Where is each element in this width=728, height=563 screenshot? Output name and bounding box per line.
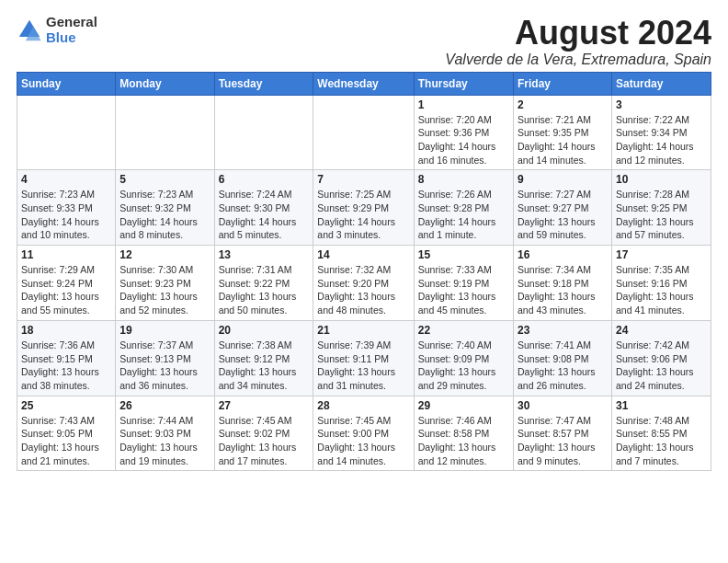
cell-w4-d0: 18Sunrise: 7:36 AM Sunset: 9:15 PM Dayli… (17, 320, 116, 396)
cell-w5-d3: 28Sunrise: 7:45 AM Sunset: 9:00 PM Dayli… (313, 396, 414, 471)
day-number: 12 (119, 248, 210, 261)
header-wednesday: Wednesday (313, 72, 414, 95)
day-number: 6 (219, 173, 310, 186)
day-number: 14 (317, 248, 409, 261)
day-info: Sunrise: 7:48 AM Sunset: 8:55 PM Dayligh… (616, 414, 707, 468)
cell-w3-d3: 14Sunrise: 7:32 AM Sunset: 9:20 PM Dayli… (313, 246, 414, 321)
day-info: Sunrise: 7:34 AM Sunset: 9:18 PM Dayligh… (518, 263, 608, 317)
week-row-5: 25Sunrise: 7:43 AM Sunset: 9:05 PM Dayli… (17, 396, 711, 471)
header-tuesday: Tuesday (214, 72, 313, 95)
day-info: Sunrise: 7:39 AM Sunset: 9:11 PM Dayligh… (317, 339, 409, 393)
day-info: Sunrise: 7:30 AM Sunset: 9:23 PM Dayligh… (119, 263, 210, 317)
day-info: Sunrise: 7:23 AM Sunset: 9:32 PM Dayligh… (119, 188, 210, 242)
day-number: 24 (616, 324, 707, 337)
day-number: 5 (119, 173, 210, 186)
cell-w4-d1: 19Sunrise: 7:37 AM Sunset: 9:13 PM Dayli… (116, 320, 214, 396)
cell-w2-d4: 8Sunrise: 7:26 AM Sunset: 9:28 PM Daylig… (414, 170, 513, 246)
title-block: August 2024 Valverde de la Vera, Extrema… (445, 15, 711, 68)
day-info: Sunrise: 7:47 AM Sunset: 8:57 PM Dayligh… (518, 414, 608, 468)
day-number: 31 (616, 399, 707, 412)
day-info: Sunrise: 7:29 AM Sunset: 9:24 PM Dayligh… (21, 263, 111, 317)
calendar-body: 1Sunrise: 7:20 AM Sunset: 9:36 PM Daylig… (17, 95, 711, 471)
day-info: Sunrise: 7:22 AM Sunset: 9:34 PM Dayligh… (616, 113, 707, 167)
day-info: Sunrise: 7:28 AM Sunset: 9:25 PM Dayligh… (616, 188, 707, 242)
day-number: 29 (418, 399, 509, 412)
cell-w2-d2: 6Sunrise: 7:24 AM Sunset: 9:30 PM Daylig… (214, 170, 313, 246)
cell-w1-d1 (116, 95, 214, 170)
day-number: 2 (518, 98, 608, 111)
header-thursday: Thursday (414, 72, 513, 95)
day-number: 23 (518, 324, 608, 337)
day-info: Sunrise: 7:44 AM Sunset: 9:03 PM Dayligh… (119, 414, 210, 468)
logo: General Blue (17, 15, 97, 45)
cell-w2-d1: 5Sunrise: 7:23 AM Sunset: 9:32 PM Daylig… (116, 170, 214, 246)
day-info: Sunrise: 7:42 AM Sunset: 9:06 PM Dayligh… (616, 339, 707, 393)
day-info: Sunrise: 7:26 AM Sunset: 9:28 PM Dayligh… (418, 188, 509, 242)
day-number: 18 (21, 324, 111, 337)
cell-w3-d6: 17Sunrise: 7:35 AM Sunset: 9:16 PM Dayli… (611, 246, 711, 321)
day-number: 16 (518, 248, 608, 261)
day-number: 1 (418, 98, 509, 111)
cell-w5-d6: 31Sunrise: 7:48 AM Sunset: 8:55 PM Dayli… (611, 396, 711, 471)
header-sunday: Sunday (17, 72, 116, 95)
day-info: Sunrise: 7:43 AM Sunset: 9:05 PM Dayligh… (21, 414, 111, 468)
cell-w1-d0 (17, 95, 116, 170)
day-number: 20 (219, 324, 310, 337)
cell-w4-d4: 22Sunrise: 7:40 AM Sunset: 9:09 PM Dayli… (414, 320, 513, 396)
week-row-2: 4Sunrise: 7:23 AM Sunset: 9:33 PM Daylig… (17, 170, 711, 246)
main-title: August 2024 (445, 15, 711, 52)
day-info: Sunrise: 7:20 AM Sunset: 9:36 PM Dayligh… (418, 113, 509, 167)
day-number: 26 (119, 399, 210, 412)
cell-w3-d5: 16Sunrise: 7:34 AM Sunset: 9:18 PM Dayli… (513, 246, 611, 321)
day-info: Sunrise: 7:40 AM Sunset: 9:09 PM Dayligh… (418, 339, 509, 393)
cell-w1-d4: 1Sunrise: 7:20 AM Sunset: 9:36 PM Daylig… (414, 95, 513, 170)
day-info: Sunrise: 7:31 AM Sunset: 9:22 PM Dayligh… (219, 263, 310, 317)
cell-w1-d2 (214, 95, 313, 170)
cell-w4-d3: 21Sunrise: 7:39 AM Sunset: 9:11 PM Dayli… (313, 320, 414, 396)
calendar-header: Sunday Monday Tuesday Wednesday Thursday… (17, 72, 711, 95)
header: General Blue August 2024 Valverde de la … (17, 15, 711, 68)
day-number: 13 (219, 248, 310, 261)
header-monday: Monday (116, 72, 214, 95)
cell-w2-d3: 7Sunrise: 7:25 AM Sunset: 9:29 PM Daylig… (313, 170, 414, 246)
day-info: Sunrise: 7:32 AM Sunset: 9:20 PM Dayligh… (317, 263, 409, 317)
day-number: 3 (616, 98, 707, 111)
header-row: Sunday Monday Tuesday Wednesday Thursday… (17, 72, 711, 95)
week-row-4: 18Sunrise: 7:36 AM Sunset: 9:15 PM Dayli… (17, 320, 711, 396)
cell-w1-d5: 2Sunrise: 7:21 AM Sunset: 9:35 PM Daylig… (513, 95, 611, 170)
cell-w1-d3 (313, 95, 414, 170)
day-info: Sunrise: 7:37 AM Sunset: 9:13 PM Dayligh… (119, 339, 210, 393)
cell-w3-d4: 15Sunrise: 7:33 AM Sunset: 9:19 PM Dayli… (414, 246, 513, 321)
day-info: Sunrise: 7:33 AM Sunset: 9:19 PM Dayligh… (418, 263, 509, 317)
day-number: 21 (317, 324, 409, 337)
day-number: 22 (418, 324, 509, 337)
cell-w4-d2: 20Sunrise: 7:38 AM Sunset: 9:12 PM Dayli… (214, 320, 313, 396)
day-number: 25 (21, 399, 111, 412)
day-number: 8 (418, 173, 509, 186)
day-info: Sunrise: 7:36 AM Sunset: 9:15 PM Dayligh… (21, 339, 111, 393)
cell-w1-d6: 3Sunrise: 7:22 AM Sunset: 9:34 PM Daylig… (611, 95, 711, 170)
cell-w5-d1: 26Sunrise: 7:44 AM Sunset: 9:03 PM Dayli… (116, 396, 214, 471)
day-number: 11 (21, 248, 111, 261)
cell-w5-d2: 27Sunrise: 7:45 AM Sunset: 9:02 PM Dayli… (214, 396, 313, 471)
day-info: Sunrise: 7:23 AM Sunset: 9:33 PM Dayligh… (21, 188, 111, 242)
logo-blue: Blue (46, 30, 97, 46)
day-info: Sunrise: 7:35 AM Sunset: 9:16 PM Dayligh… (616, 263, 707, 317)
logo-text: General Blue (46, 15, 97, 45)
cell-w3-d2: 13Sunrise: 7:31 AM Sunset: 9:22 PM Dayli… (214, 246, 313, 321)
cell-w5-d0: 25Sunrise: 7:43 AM Sunset: 9:05 PM Dayli… (17, 396, 116, 471)
cell-w2-d0: 4Sunrise: 7:23 AM Sunset: 9:33 PM Daylig… (17, 170, 116, 246)
day-number: 15 (418, 248, 509, 261)
page: General Blue August 2024 Valverde de la … (0, 0, 728, 480)
day-info: Sunrise: 7:38 AM Sunset: 9:12 PM Dayligh… (219, 339, 310, 393)
day-number: 17 (616, 248, 707, 261)
day-number: 19 (119, 324, 210, 337)
day-number: 28 (317, 399, 409, 412)
cell-w4-d6: 24Sunrise: 7:42 AM Sunset: 9:06 PM Dayli… (611, 320, 711, 396)
day-info: Sunrise: 7:27 AM Sunset: 9:27 PM Dayligh… (518, 188, 608, 242)
day-number: 4 (21, 173, 111, 186)
cell-w2-d5: 9Sunrise: 7:27 AM Sunset: 9:27 PM Daylig… (513, 170, 611, 246)
day-number: 9 (518, 173, 608, 186)
cell-w4-d5: 23Sunrise: 7:41 AM Sunset: 9:08 PM Dayli… (513, 320, 611, 396)
header-friday: Friday (513, 72, 611, 95)
